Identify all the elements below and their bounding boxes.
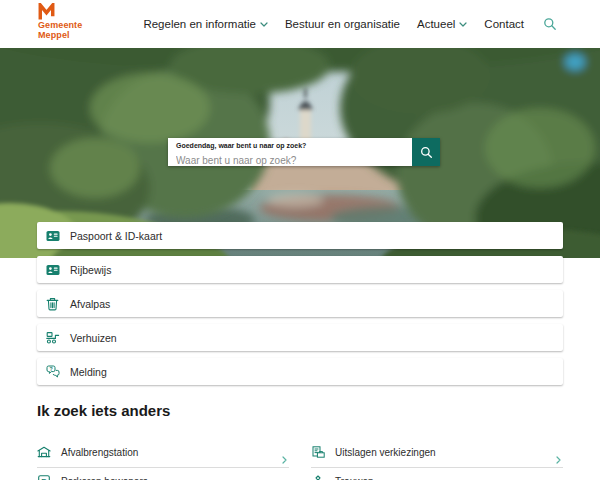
- hand-truck-icon: [45, 330, 60, 345]
- link-afvalbrengstation[interactable]: Afvalbrengstation: [37, 439, 289, 468]
- search-submit-button[interactable]: [412, 138, 440, 166]
- link-uitslagen-verkiezingen[interactable]: Uitslagen verkiezingen: [311, 439, 563, 468]
- link-parkeren-bewoners[interactable]: P Parkeren bewoners: [37, 468, 289, 480]
- nav-label: Bestuur en organisatie: [285, 18, 400, 30]
- magnifier-icon: [543, 17, 557, 31]
- nav-item-contact[interactable]: Contact: [484, 18, 524, 30]
- link-label: Parkeren bewoners: [61, 476, 275, 480]
- quick-link-label: Rijbewijs: [70, 264, 111, 276]
- quick-link-label: Paspoort & ID-kaart: [70, 230, 162, 242]
- parking-icon: P: [37, 474, 51, 480]
- link-label: Afvalbrengstation: [61, 447, 275, 458]
- id-card-icon: [45, 228, 60, 243]
- nav-label: Contact: [484, 18, 524, 30]
- chevron-down-icon: [459, 22, 467, 27]
- link-label: Trouwen: [335, 476, 549, 480]
- quick-link-verhuizen[interactable]: Verhuizen: [37, 324, 563, 351]
- other-links-grid: Afvalbrengstation Uitslagen verkiezingen: [37, 439, 563, 480]
- ballot-icon: [311, 445, 325, 459]
- quick-link-rijbewijs[interactable]: Rijbewijs: [37, 256, 563, 283]
- main-nav: Regelen en informatie Bestuur en organis…: [143, 0, 557, 48]
- header-search-button[interactable]: [543, 17, 557, 31]
- quick-link-afvalpas[interactable]: Afvalpas: [37, 290, 563, 317]
- magnifier-icon: [420, 146, 433, 159]
- chevron-right-icon: [556, 456, 561, 464]
- id-card-icon: [45, 262, 60, 277]
- wedding-ring-icon: [311, 474, 325, 480]
- quick-links: Paspoort & ID-kaart Rijbewijs Afvalpas: [37, 222, 563, 392]
- logo-m-icon: [38, 3, 55, 21]
- hero-search: Goedendag, waar bent u naar op zoek?: [168, 138, 440, 166]
- quick-link-label: Melding: [70, 366, 107, 378]
- quick-link-label: Verhuizen: [70, 332, 117, 344]
- nav-label: Actueel: [417, 18, 455, 30]
- chat-question-icon: ?: [45, 364, 60, 379]
- trash-bin-icon: [45, 296, 60, 311]
- search-label: Goedendag, waar bent u naar op zoek?: [176, 141, 404, 150]
- search-box: Goedendag, waar bent u naar op zoek?: [168, 138, 412, 166]
- waste-station-icon: [37, 445, 51, 459]
- link-trouwen[interactable]: Trouwen: [311, 468, 563, 480]
- nav-item-bestuur-en-organisatie[interactable]: Bestuur en organisatie: [285, 18, 400, 30]
- nav-item-actueel[interactable]: Actueel: [417, 18, 467, 30]
- quick-link-paspoort-id-kaart[interactable]: Paspoort & ID-kaart: [37, 222, 563, 249]
- nav-item-regelen-en-informatie[interactable]: Regelen en informatie: [143, 18, 268, 30]
- nav-label: Regelen en informatie: [143, 18, 256, 30]
- chevron-down-icon: [260, 22, 268, 27]
- gemeente-meppel-logo[interactable]: Gemeente Meppel: [38, 3, 82, 40]
- quick-link-label: Afvalpas: [70, 298, 110, 310]
- chevron-right-icon: [282, 456, 287, 464]
- other-links-section: Ik zoek iets anders Afvalbrengstation: [37, 402, 563, 480]
- header: Gemeente Meppel Regelen en informatie Be…: [0, 0, 600, 48]
- logo-text-line2: Meppel: [38, 31, 82, 41]
- quick-link-melding[interactable]: ? Melding: [37, 358, 563, 385]
- question-glyph: ?: [49, 366, 52, 372]
- section-title: Ik zoek iets anders: [37, 402, 563, 419]
- link-label: Uitslagen verkiezingen: [335, 447, 549, 458]
- search-input[interactable]: [176, 154, 404, 167]
